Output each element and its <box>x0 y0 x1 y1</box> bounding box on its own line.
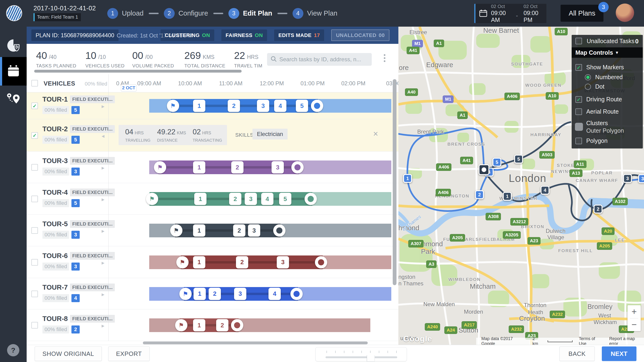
stop-marker-dark-4[interactable]: 4 <box>540 186 550 195</box>
tour-row-tour-2[interactable]: ✓TOUR-2FIELD EXECUTI...00% filled5◂04HRS… <box>27 119 398 152</box>
close-detail-icon[interactable]: × <box>373 130 378 138</box>
sidebar-item-analytics[interactable] <box>0 35 27 56</box>
chevron-right-icon[interactable]: ▸ <box>102 322 104 329</box>
tour-stop-2[interactable]: 2 <box>216 319 228 331</box>
tour-stop-2[interactable]: 2 <box>236 256 248 268</box>
wizard-step-edit-plan[interactable]: 3Edit Plan <box>228 8 272 19</box>
chevron-right-icon[interactable]: ▸ <box>102 228 104 234</box>
chevron-left-icon[interactable]: ◂ <box>102 133 104 139</box>
tour-stop-5[interactable]: 5 <box>279 193 291 205</box>
select-all-checkbox[interactable] <box>31 80 38 86</box>
wizard-step-upload[interactable]: 1Upload <box>107 8 144 19</box>
tour-stop-1[interactable]: 1 <box>193 224 205 236</box>
depot-marker[interactable] <box>478 164 489 175</box>
sidebar-item-planner-active[interactable] <box>0 57 27 86</box>
tour-start-flag[interactable]: ⚑ <box>154 161 166 174</box>
chevron-right-icon[interactable]: ▸ <box>102 103 104 110</box>
export-button[interactable]: EXPORT <box>108 346 150 361</box>
show-markers-checkbox[interactable]: ✓ <box>576 64 582 71</box>
tour-row-tour-1[interactable]: ✓TOUR-1FIELD EXECUTI...00% filled5▸⚑1234… <box>27 92 398 119</box>
help-button[interactable]: ? <box>7 344 19 356</box>
unallocated-tasks-checkbox[interactable] <box>576 38 582 44</box>
tour-stop-2[interactable]: 2 <box>231 161 244 174</box>
tour-stop-5[interactable]: 5 <box>296 100 308 112</box>
tour-start-flag[interactable]: ⚑ <box>167 100 179 112</box>
tour-stop-2[interactable]: 2 <box>228 100 240 112</box>
stop-marker-light-2[interactable]: 2 <box>475 190 484 199</box>
tour-stop-1[interactable]: 1 <box>193 100 205 112</box>
slider-handle[interactable] <box>367 352 375 362</box>
tour-stop-2[interactable]: 2 <box>229 193 242 205</box>
all-plans-button[interactable]: All Plans <box>560 5 604 22</box>
tour-stop-4[interactable]: 4 <box>268 288 281 300</box>
stop-marker-light-3[interactable]: 3 <box>638 174 644 183</box>
stop-marker-dark-5[interactable]: 5 <box>514 154 523 164</box>
tour-row-tour-7[interactable]: TOUR-7FIELD EXECUTI...00% filled4▸⚑1234 <box>27 278 398 310</box>
search-input[interactable] <box>279 56 368 63</box>
tour-checkbox[interactable] <box>31 259 38 266</box>
tour-row-tour-3[interactable]: TOUR-3FIELD EXECUTI...00% filled3▸⚑123 <box>27 152 398 183</box>
tour-stop-1[interactable]: 1 <box>193 161 205 174</box>
stop-marker-dark-3[interactable]: 3 <box>623 174 632 183</box>
tour-end-marker[interactable] <box>304 193 317 205</box>
tour-stop-3[interactable]: 3 <box>234 288 246 300</box>
tour-row-tour-6[interactable]: TOUR-6FIELD EXECUTI...00% filled3▸⚑123 <box>27 246 398 278</box>
dot-radio[interactable] <box>585 84 591 90</box>
tour-end-marker[interactable] <box>315 256 327 268</box>
stop-marker-light-1[interactable]: 1 <box>403 174 412 183</box>
stop-marker-light-5[interactable]: 5 <box>492 158 502 166</box>
tour-stop-2[interactable]: 2 <box>233 224 246 236</box>
tour-start-flag[interactable]: ⚑ <box>176 256 188 268</box>
numbered-radio[interactable] <box>585 74 591 80</box>
tour-checkbox[interactable] <box>31 164 38 171</box>
tour-row-tour-5[interactable]: TOUR-5FIELD EXECUTI...00% filled3▸⚑123 <box>27 215 398 246</box>
timeline-vscrollbar[interactable] <box>393 79 396 285</box>
tour-checkbox[interactable] <box>31 227 38 234</box>
map-controls-header[interactable]: Map Controls ▾ <box>572 47 643 58</box>
kebab-menu-icon[interactable] <box>382 54 387 62</box>
zoom-out-button[interactable]: − <box>628 318 641 331</box>
tour-stop-2[interactable]: 2 <box>208 288 221 300</box>
tour-stop-3[interactable]: 3 <box>245 193 257 205</box>
tour-end-marker[interactable] <box>290 288 303 300</box>
tour-stop-1[interactable]: 1 <box>194 193 206 205</box>
tour-stop-3[interactable]: 3 <box>257 100 269 112</box>
aerial-route-checkbox[interactable] <box>576 108 582 115</box>
tour-checkbox[interactable]: ✓ <box>31 102 38 109</box>
app-logo[interactable] <box>6 5 22 21</box>
tour-row-tour-4[interactable]: TOUR-4FIELD EXECUTI...00% filled5▸⚑12345 <box>27 183 398 215</box>
chevron-right-icon[interactable]: ▸ <box>102 196 104 203</box>
tour-checkbox[interactable] <box>31 290 38 297</box>
stop-marker-dark-2[interactable]: 2 <box>594 204 602 214</box>
chevron-right-icon[interactable]: ▸ <box>102 291 104 298</box>
wizard-step-view-plan[interactable]: 4View Plan <box>292 8 337 19</box>
next-button[interactable]: NEXT <box>602 346 636 361</box>
tour-end-marker[interactable] <box>291 161 304 174</box>
date-range-picker[interactable]: 02 Oct 09:00 AM - 02 Oct 09:00 PM <box>474 4 546 23</box>
sidebar-item-tracking[interactable] <box>0 89 27 110</box>
tour-end-marker[interactable] <box>311 100 323 112</box>
slider-track[interactable] <box>326 356 397 358</box>
tour-stop-1[interactable]: 1 <box>194 288 206 300</box>
tour-stop-3[interactable]: 3 <box>248 224 260 236</box>
tour-row-tour-8[interactable]: TOUR-8FIELD EXECUTI...00% filled2▸⚑12 <box>27 310 398 341</box>
plan-badge-unallocated[interactable]: UNALLOCATED00 <box>331 30 390 41</box>
back-button[interactable]: BACK <box>559 346 595 361</box>
user-avatar[interactable] <box>616 4 634 22</box>
polygon-checkbox[interactable] <box>576 138 582 144</box>
tour-checkbox[interactable]: ✓ <box>31 132 38 139</box>
tour-stop-3[interactable]: 3 <box>277 256 289 268</box>
show-original-button[interactable]: SHOW ORIGINAL <box>35 346 102 361</box>
tour-start-flag[interactable]: ⚑ <box>175 319 188 331</box>
chevron-right-icon[interactable]: ▸ <box>102 164 104 171</box>
map-panel[interactable]: ElstreeNew BarnetoreEdgwareSOUTHGATEWOOD… <box>398 27 644 345</box>
tour-checkbox[interactable] <box>31 196 38 202</box>
tour-start-flag[interactable]: ⚑ <box>170 224 182 236</box>
driving-route-checkbox[interactable]: ✓ <box>576 96 582 103</box>
tour-stop-4[interactable]: 4 <box>274 100 286 112</box>
zoom-in-button[interactable]: + <box>628 305 641 318</box>
tour-end-marker[interactable] <box>231 319 243 331</box>
tour-start-flag[interactable]: ⚑ <box>180 288 192 300</box>
stop-marker-dark-1[interactable]: 1 <box>503 192 512 201</box>
timeline-hscrollbar-top[interactable] <box>34 70 242 72</box>
